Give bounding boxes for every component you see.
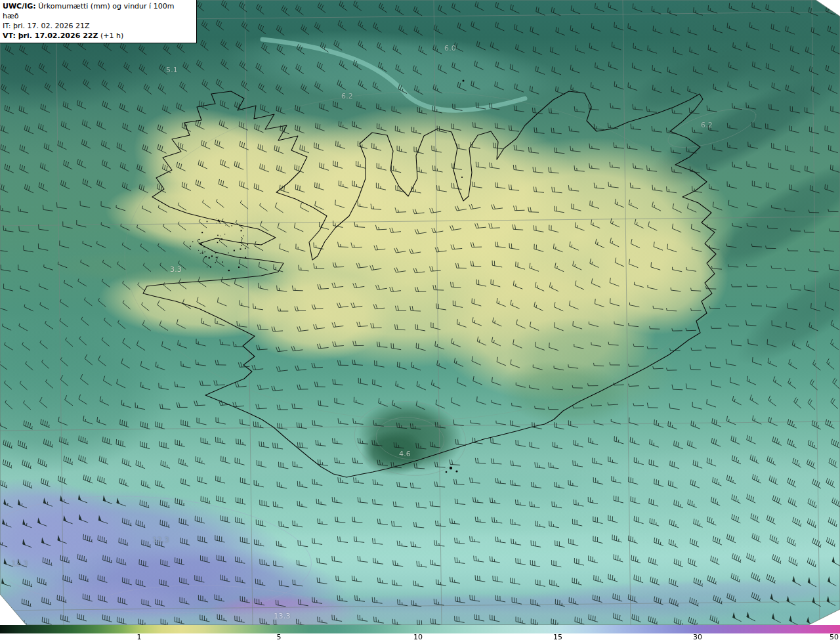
weather-map-page: 5.1 6.0 6.2 6.2 3.3 4.6 12.3 12.3 13.3 U… xyxy=(0,0,840,642)
model-id: UWC/IG: xyxy=(3,2,36,11)
colorbar-tick: 10 xyxy=(413,633,423,641)
precipitation-wind-map-canvas xyxy=(0,0,840,625)
colorbar-tick: 1 xyxy=(136,633,141,641)
valid-offset: (+1 h) xyxy=(98,32,123,40)
colorbar-tick: 30 xyxy=(693,633,702,641)
colorbar: 1 5 10 15 30 50 xyxy=(0,625,840,642)
colorbar-tick: 50 xyxy=(830,633,839,641)
colorbar-tick: 5 xyxy=(276,633,281,641)
weather-map: 5.1 6.0 6.2 6.2 3.3 4.6 12.3 12.3 13.3 xyxy=(0,0,840,625)
colorbar-tick: 15 xyxy=(553,633,562,641)
valid-time-line: VT: þri. 17.02.2026 22Z (+1 h) xyxy=(3,31,190,41)
map-info-box: UWC/IG: Úrkomumætti (mm) og vindur í 100… xyxy=(0,0,197,43)
valid-time: VT: þri. 17.02.2026 22Z xyxy=(3,32,98,40)
map-title-line: UWC/IG: Úrkomumætti (mm) og vindur í 100… xyxy=(3,1,190,21)
init-time-line: IT: þri. 17. 02. 2026 21Z xyxy=(3,21,190,31)
